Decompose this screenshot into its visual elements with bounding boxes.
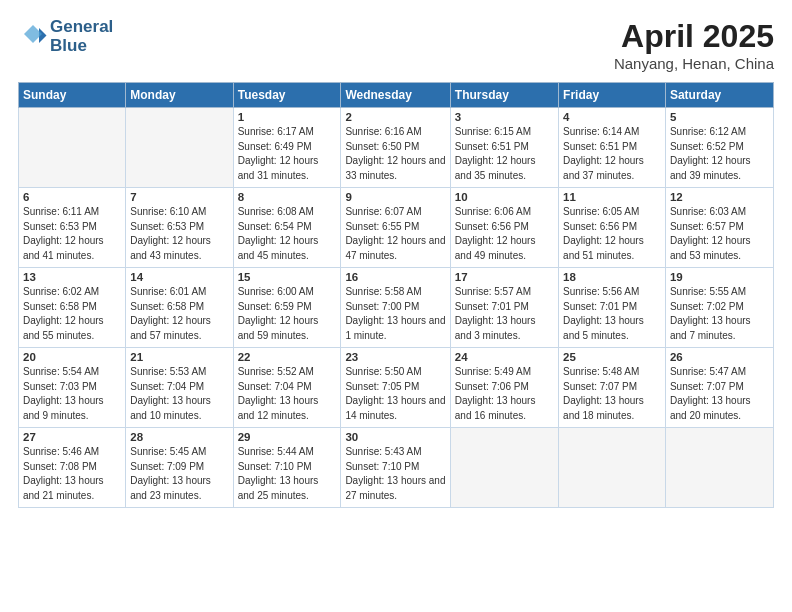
weekday-header-saturday: Saturday	[665, 83, 773, 108]
day-number: 24	[455, 351, 554, 363]
calendar-cell: 14Sunrise: 6:01 AMSunset: 6:58 PMDayligh…	[126, 268, 233, 348]
day-info: Sunrise: 5:43 AMSunset: 7:10 PMDaylight:…	[345, 445, 445, 503]
logo-line1: General	[50, 18, 113, 37]
day-number: 12	[670, 191, 769, 203]
general-blue-icon	[18, 22, 48, 52]
day-number: 22	[238, 351, 337, 363]
day-number: 15	[238, 271, 337, 283]
calendar-cell: 15Sunrise: 6:00 AMSunset: 6:59 PMDayligh…	[233, 268, 341, 348]
day-number: 14	[130, 271, 228, 283]
weekday-header-tuesday: Tuesday	[233, 83, 341, 108]
day-info: Sunrise: 5:48 AMSunset: 7:07 PMDaylight:…	[563, 365, 661, 423]
calendar-cell: 12Sunrise: 6:03 AMSunset: 6:57 PMDayligh…	[665, 188, 773, 268]
day-number: 16	[345, 271, 445, 283]
calendar-cell: 21Sunrise: 5:53 AMSunset: 7:04 PMDayligh…	[126, 348, 233, 428]
weekday-header-thursday: Thursday	[450, 83, 558, 108]
day-number: 20	[23, 351, 121, 363]
calendar-cell: 19Sunrise: 5:55 AMSunset: 7:02 PMDayligh…	[665, 268, 773, 348]
day-info: Sunrise: 6:02 AMSunset: 6:58 PMDaylight:…	[23, 285, 121, 343]
calendar-cell	[559, 428, 666, 508]
day-number: 3	[455, 111, 554, 123]
day-info: Sunrise: 6:07 AMSunset: 6:55 PMDaylight:…	[345, 205, 445, 263]
calendar-cell: 11Sunrise: 6:05 AMSunset: 6:56 PMDayligh…	[559, 188, 666, 268]
day-info: Sunrise: 6:06 AMSunset: 6:56 PMDaylight:…	[455, 205, 554, 263]
weekday-header-monday: Monday	[126, 83, 233, 108]
day-info: Sunrise: 5:44 AMSunset: 7:10 PMDaylight:…	[238, 445, 337, 503]
day-info: Sunrise: 5:46 AMSunset: 7:08 PMDaylight:…	[23, 445, 121, 503]
day-info: Sunrise: 6:17 AMSunset: 6:49 PMDaylight:…	[238, 125, 337, 183]
day-info: Sunrise: 6:08 AMSunset: 6:54 PMDaylight:…	[238, 205, 337, 263]
header: General Blue April 2025 Nanyang, Henan, …	[18, 18, 774, 72]
day-info: Sunrise: 6:03 AMSunset: 6:57 PMDaylight:…	[670, 205, 769, 263]
day-number: 7	[130, 191, 228, 203]
day-number: 1	[238, 111, 337, 123]
weekday-header-wednesday: Wednesday	[341, 83, 450, 108]
day-info: Sunrise: 5:47 AMSunset: 7:07 PMDaylight:…	[670, 365, 769, 423]
logo: General Blue	[18, 18, 113, 55]
calendar-cell: 9Sunrise: 6:07 AMSunset: 6:55 PMDaylight…	[341, 188, 450, 268]
day-number: 19	[670, 271, 769, 283]
calendar-cell: 2Sunrise: 6:16 AMSunset: 6:50 PMDaylight…	[341, 108, 450, 188]
calendar-cell: 22Sunrise: 5:52 AMSunset: 7:04 PMDayligh…	[233, 348, 341, 428]
day-number: 30	[345, 431, 445, 443]
day-number: 27	[23, 431, 121, 443]
calendar-cell: 18Sunrise: 5:56 AMSunset: 7:01 PMDayligh…	[559, 268, 666, 348]
day-info: Sunrise: 6:16 AMSunset: 6:50 PMDaylight:…	[345, 125, 445, 183]
weekday-header-sunday: Sunday	[19, 83, 126, 108]
calendar-cell	[19, 108, 126, 188]
calendar-cell: 20Sunrise: 5:54 AMSunset: 7:03 PMDayligh…	[19, 348, 126, 428]
calendar-cell: 6Sunrise: 6:11 AMSunset: 6:53 PMDaylight…	[19, 188, 126, 268]
day-number: 4	[563, 111, 661, 123]
calendar-cell: 30Sunrise: 5:43 AMSunset: 7:10 PMDayligh…	[341, 428, 450, 508]
day-info: Sunrise: 5:52 AMSunset: 7:04 PMDaylight:…	[238, 365, 337, 423]
calendar-cell: 29Sunrise: 5:44 AMSunset: 7:10 PMDayligh…	[233, 428, 341, 508]
calendar-cell: 16Sunrise: 5:58 AMSunset: 7:00 PMDayligh…	[341, 268, 450, 348]
logo-line2: Blue	[50, 37, 113, 56]
day-number: 11	[563, 191, 661, 203]
calendar-cell: 13Sunrise: 6:02 AMSunset: 6:58 PMDayligh…	[19, 268, 126, 348]
calendar-cell	[126, 108, 233, 188]
day-info: Sunrise: 6:11 AMSunset: 6:53 PMDaylight:…	[23, 205, 121, 263]
day-number: 5	[670, 111, 769, 123]
calendar-cell: 3Sunrise: 6:15 AMSunset: 6:51 PMDaylight…	[450, 108, 558, 188]
day-number: 23	[345, 351, 445, 363]
day-info: Sunrise: 6:12 AMSunset: 6:52 PMDaylight:…	[670, 125, 769, 183]
calendar-cell	[665, 428, 773, 508]
calendar-cell: 4Sunrise: 6:14 AMSunset: 6:51 PMDaylight…	[559, 108, 666, 188]
calendar-cell	[450, 428, 558, 508]
day-info: Sunrise: 6:14 AMSunset: 6:51 PMDaylight:…	[563, 125, 661, 183]
location: Nanyang, Henan, China	[614, 55, 774, 72]
day-number: 29	[238, 431, 337, 443]
day-number: 28	[130, 431, 228, 443]
day-info: Sunrise: 5:56 AMSunset: 7:01 PMDaylight:…	[563, 285, 661, 343]
day-info: Sunrise: 6:10 AMSunset: 6:53 PMDaylight:…	[130, 205, 228, 263]
calendar-cell: 5Sunrise: 6:12 AMSunset: 6:52 PMDaylight…	[665, 108, 773, 188]
day-info: Sunrise: 5:50 AMSunset: 7:05 PMDaylight:…	[345, 365, 445, 423]
day-number: 9	[345, 191, 445, 203]
day-number: 10	[455, 191, 554, 203]
calendar-cell: 27Sunrise: 5:46 AMSunset: 7:08 PMDayligh…	[19, 428, 126, 508]
day-info: Sunrise: 6:00 AMSunset: 6:59 PMDaylight:…	[238, 285, 337, 343]
calendar-cell: 25Sunrise: 5:48 AMSunset: 7:07 PMDayligh…	[559, 348, 666, 428]
title-block: April 2025 Nanyang, Henan, China	[614, 18, 774, 72]
weekday-header-friday: Friday	[559, 83, 666, 108]
day-number: 8	[238, 191, 337, 203]
calendar-cell: 23Sunrise: 5:50 AMSunset: 7:05 PMDayligh…	[341, 348, 450, 428]
day-number: 2	[345, 111, 445, 123]
day-info: Sunrise: 6:15 AMSunset: 6:51 PMDaylight:…	[455, 125, 554, 183]
day-info: Sunrise: 5:45 AMSunset: 7:09 PMDaylight:…	[130, 445, 228, 503]
day-number: 25	[563, 351, 661, 363]
calendar-cell: 28Sunrise: 5:45 AMSunset: 7:09 PMDayligh…	[126, 428, 233, 508]
calendar-cell: 1Sunrise: 6:17 AMSunset: 6:49 PMDaylight…	[233, 108, 341, 188]
day-info: Sunrise: 6:01 AMSunset: 6:58 PMDaylight:…	[130, 285, 228, 343]
day-info: Sunrise: 5:55 AMSunset: 7:02 PMDaylight:…	[670, 285, 769, 343]
day-number: 13	[23, 271, 121, 283]
day-number: 26	[670, 351, 769, 363]
page: General Blue April 2025 Nanyang, Henan, …	[0, 0, 792, 612]
calendar-cell: 26Sunrise: 5:47 AMSunset: 7:07 PMDayligh…	[665, 348, 773, 428]
day-info: Sunrise: 5:53 AMSunset: 7:04 PMDaylight:…	[130, 365, 228, 423]
calendar-cell: 8Sunrise: 6:08 AMSunset: 6:54 PMDaylight…	[233, 188, 341, 268]
day-number: 17	[455, 271, 554, 283]
calendar-cell: 7Sunrise: 6:10 AMSunset: 6:53 PMDaylight…	[126, 188, 233, 268]
day-info: Sunrise: 6:05 AMSunset: 6:56 PMDaylight:…	[563, 205, 661, 263]
